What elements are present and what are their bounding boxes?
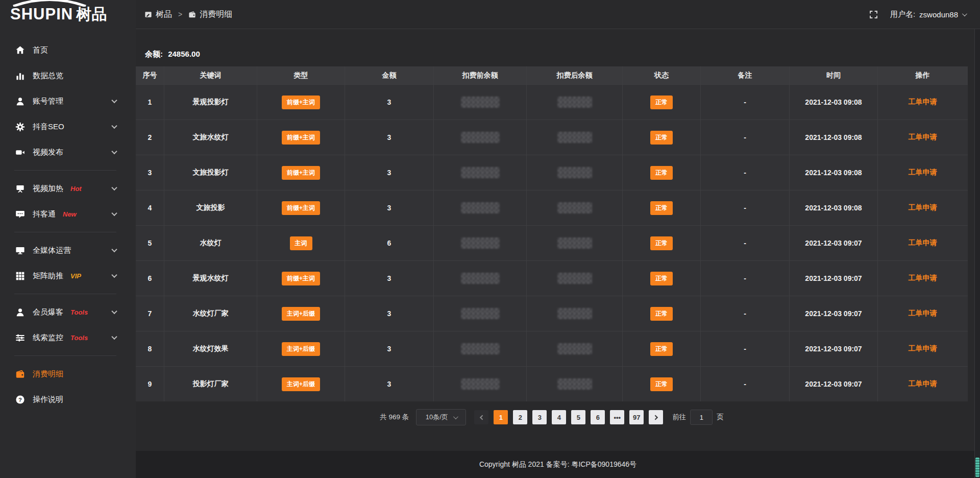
cell-status: 正常 [623, 296, 701, 331]
sidebar-item-icon [15, 45, 25, 55]
page-number-button[interactable]: 1 [494, 410, 508, 424]
ticket-apply-link[interactable]: 工单申请 [909, 133, 937, 142]
masked-value [461, 343, 500, 354]
scrollbar[interactable] [974, 29, 980, 478]
sidebar-item[interactable]: 数据总览 [0, 63, 136, 88]
cell-balance-after [527, 155, 623, 190]
table-header-cell: 序号 [136, 66, 164, 84]
table-header-cell: 扣费前余额 [434, 66, 527, 84]
sidebar-item[interactable]: 账号管理 [0, 88, 136, 114]
cell-balance-before [434, 85, 527, 119]
svg-text:?: ? [18, 396, 22, 402]
type-badge: 前缀+主词 [282, 166, 320, 180]
ticket-apply-link[interactable]: 工单申请 [909, 98, 937, 107]
cell-index: 8 [136, 331, 164, 366]
balance-value: 24856.00 [168, 50, 200, 58]
cell-balance-before [434, 261, 527, 296]
page-number-button[interactable]: 4 [552, 410, 566, 424]
cell-type: 前缀+主词 [257, 120, 345, 155]
panel-icon [144, 11, 152, 18]
sidebar-item[interactable]: 抖客通 New [0, 201, 136, 227]
sidebar-item-icon [15, 97, 25, 106]
cell-index: 7 [136, 296, 164, 331]
ticket-apply-link[interactable]: 工单申请 [909, 344, 937, 353]
table-row: 8 水纹灯效果 主词+后缀 3 正常 - 2021-12-03 09:07 工单… [136, 331, 968, 366]
scrollbar-thumb[interactable] [975, 458, 979, 477]
sidebar-item-label: 会员爆客 [33, 307, 63, 317]
sidebar-item-icon [15, 307, 25, 317]
page-number-button[interactable]: 97 [629, 410, 644, 424]
cell-remark: - [701, 226, 790, 260]
status-badge: 正常 [650, 95, 673, 109]
brand-logo[interactable]: SHUPIN 树品 [0, 0, 136, 29]
cell-amount: 3 [345, 261, 434, 296]
cell-index: 4 [136, 190, 164, 225]
page-size-select[interactable]: 10条/页 [416, 409, 466, 425]
cell-type: 主词 [257, 226, 345, 260]
sidebar-item[interactable]: 视频加热 Hot [0, 176, 136, 201]
sidebar-item[interactable]: 消费明细 [0, 361, 136, 387]
goto-page-input[interactable] [690, 410, 713, 425]
sidebar-item[interactable]: 首页 [0, 37, 136, 63]
cell-status: 正常 [623, 155, 701, 190]
page-number-button[interactable]: 3 [532, 410, 547, 424]
cell-time: 2021-12-03 09:07 [790, 367, 878, 401]
table-header-row: 序号 关键词 类型 金额 扣费前余额 扣费后余额 状态 备注 [136, 66, 968, 84]
ticket-apply-link[interactable]: 工单申请 [909, 238, 937, 248]
cell-balance-before [434, 226, 527, 260]
cell-time: 2021-12-03 09:08 [790, 85, 878, 119]
ticket-apply-link[interactable]: 工单申请 [909, 203, 937, 212]
chevron-down-icon [111, 272, 117, 278]
page-number-button[interactable]: 2 [513, 410, 527, 424]
prev-page-button[interactable] [474, 410, 488, 424]
cell-time: 2021-12-03 09:08 [790, 190, 878, 225]
status-badge: 正常 [650, 166, 673, 180]
sidebar-item[interactable]: 抖音SEO [0, 114, 136, 139]
table-header-cell: 备注 [701, 66, 790, 84]
cell-index: 9 [136, 367, 164, 401]
chevron-down-icon [111, 210, 117, 216]
page-number-button[interactable]: 5 [571, 410, 585, 424]
ticket-apply-link[interactable]: 工单申请 [909, 274, 937, 283]
breadcrumb-label: 树品 [156, 9, 172, 20]
next-page-button[interactable] [649, 410, 663, 424]
sidebar-item-label: 视频发布 [33, 148, 63, 157]
table-row: 1 景观投影灯 前缀+主词 3 正常 - 2021-12-03 09:08 工单… [136, 84, 968, 119]
sidebar-item[interactable]: 线索监控 Tools [0, 325, 136, 350]
app-root: SHUPIN 树品 首页 数据总览 [0, 0, 980, 478]
cell-amount: 3 [345, 120, 434, 155]
sidebar-item[interactable]: 全媒体运营 [0, 237, 136, 263]
cell-balance-after [527, 261, 623, 296]
sidebar-item[interactable]: 会员爆客 Tools [0, 299, 136, 325]
sidebar-divider [14, 170, 116, 171]
ticket-apply-link[interactable]: 工单申请 [909, 168, 937, 177]
chevron-down-icon [111, 123, 117, 129]
sidebar-item-label: 首页 [33, 45, 48, 55]
cell-keyword: 文旅水纹灯 [164, 120, 257, 155]
sidebar-item-badge: Hot [70, 185, 82, 193]
sidebar-item[interactable]: 视频发布 [0, 139, 136, 165]
cell-balance-after [527, 120, 623, 155]
cell-keyword: 文旅投影 [164, 190, 257, 225]
fullscreen-icon[interactable] [869, 10, 878, 19]
masked-value [461, 167, 500, 178]
chevron-down-icon [962, 11, 967, 16]
sidebar-item-badge: Tools [70, 334, 88, 342]
sidebar-item[interactable]: 矩阵助推 VIP [0, 263, 136, 289]
ticket-apply-link[interactable]: 工单申请 [909, 309, 937, 318]
sidebar-item-icon [15, 122, 25, 132]
ticket-apply-link[interactable]: 工单申请 [909, 379, 937, 389]
page-number-button[interactable]: ••• [610, 410, 624, 424]
cell-time: 2021-12-03 09:07 [790, 296, 878, 331]
cell-time: 2021-12-03 09:08 [790, 155, 878, 190]
chevron-down-icon [111, 98, 117, 103]
chevron-down-icon [111, 334, 117, 340]
page-number-button[interactable]: 6 [591, 410, 605, 424]
breadcrumb-item-home[interactable]: 树品 [144, 9, 172, 20]
username-label: 用户名: [890, 10, 915, 19]
logo-arc-icon [11, 0, 88, 7]
breadcrumb-item-current[interactable]: 消费明细 [188, 9, 232, 20]
cell-keyword: 景观水纹灯 [164, 261, 257, 296]
user-menu[interactable]: 用户名: zswodun88 [890, 10, 966, 19]
sidebar-item[interactable]: ? 操作说明 [0, 387, 136, 412]
